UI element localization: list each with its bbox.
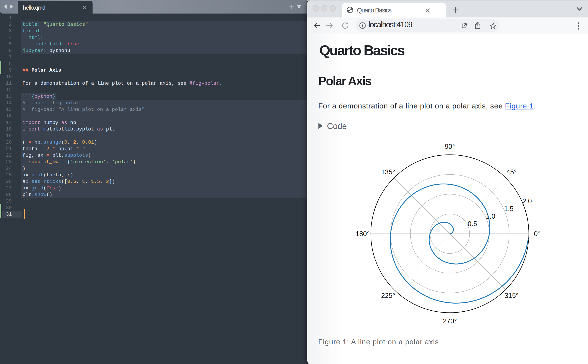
svg-text:180°: 180°	[356, 230, 370, 238]
svg-text:1.0: 1.0	[486, 213, 495, 220]
svg-text:2.0: 2.0	[522, 197, 532, 205]
svg-text:90°: 90°	[445, 143, 455, 150]
svg-text:0.5: 0.5	[468, 220, 477, 228]
svg-text:1.5: 1.5	[504, 205, 514, 213]
svg-text:0°: 0°	[534, 230, 540, 238]
svg-text:45°: 45°	[506, 168, 517, 176]
svg-text:315°: 315°	[505, 292, 519, 299]
svg-text:270°: 270°	[443, 317, 457, 325]
svg-text:135°: 135°	[381, 168, 395, 176]
svg-text:225°: 225°	[381, 292, 395, 299]
